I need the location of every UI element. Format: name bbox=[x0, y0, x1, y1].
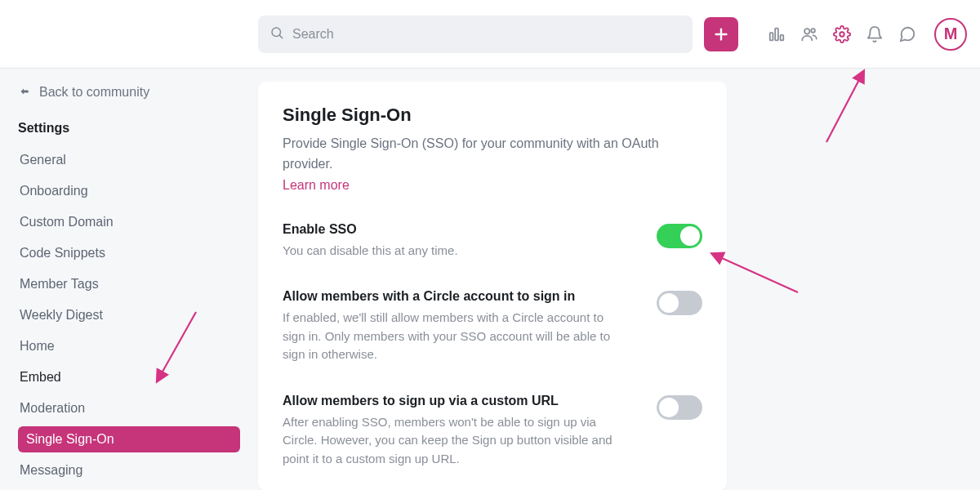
settings-icon[interactable] bbox=[833, 25, 851, 43]
toggle-allow-circle-signin[interactable] bbox=[657, 291, 702, 315]
top-icons: M bbox=[768, 18, 975, 51]
sidebar-item-member-tags[interactable]: Member Tags bbox=[18, 271, 240, 297]
sidebar-item-home[interactable]: Home bbox=[18, 333, 240, 359]
page-body: Back to community Settings General Onboa… bbox=[0, 69, 980, 490]
sidebar-section-title: Settings bbox=[18, 121, 240, 136]
sidebar-item-custom-domain[interactable]: Custom Domain bbox=[18, 209, 240, 235]
search-icon bbox=[270, 25, 284, 43]
setting-label: Allow members with a Circle account to s… bbox=[283, 289, 637, 304]
topbar: M bbox=[0, 0, 980, 69]
sidebar-item-weekly-digest[interactable]: Weekly Digest bbox=[18, 302, 240, 328]
sidebar-item-code-snippets[interactable]: Code Snippets bbox=[18, 240, 240, 266]
svg-rect-4 bbox=[770, 33, 773, 40]
setting-desc: You can disable this at any time. bbox=[283, 242, 626, 261]
svg-rect-5 bbox=[775, 28, 778, 40]
setting-enable-sso: Enable SSO You can disable this at any t… bbox=[283, 222, 702, 261]
bell-icon[interactable] bbox=[866, 25, 884, 43]
search-input[interactable] bbox=[292, 27, 681, 42]
content-area: Single Sign-On Provide Single Sign-On (S… bbox=[258, 69, 980, 490]
sidebar-item-onboarding[interactable]: Onboarding bbox=[18, 178, 240, 204]
back-label: Back to community bbox=[39, 85, 149, 100]
sidebar-item-general[interactable]: General bbox=[18, 147, 240, 173]
setting-label: Allow members to sign up via a custom UR… bbox=[283, 394, 637, 408]
analytics-icon[interactable] bbox=[768, 25, 786, 43]
sidebar-item-messaging[interactable]: Messaging bbox=[18, 457, 240, 483]
members-icon[interactable] bbox=[800, 25, 818, 43]
setting-text: Allow members with a Circle account to s… bbox=[283, 289, 637, 364]
toggle-enable-sso[interactable] bbox=[657, 224, 702, 248]
setting-desc: If enabled, we'll still allow members wi… bbox=[283, 309, 626, 364]
sidebar-item-moderation[interactable]: Moderation bbox=[18, 395, 240, 421]
svg-rect-6 bbox=[781, 34, 784, 39]
svg-line-1 bbox=[279, 35, 282, 38]
setting-text: Enable SSO You can disable this at any t… bbox=[283, 222, 637, 261]
topbar-inner: M bbox=[0, 16, 975, 53]
learn-more-link[interactable]: Learn more bbox=[283, 178, 350, 193]
setting-allow-circle-signin: Allow members with a Circle account to s… bbox=[283, 289, 702, 364]
setting-custom-signup-url: Allow members to sign up via a custom UR… bbox=[283, 394, 702, 469]
sidebar-item-embed[interactable]: Embed bbox=[18, 364, 240, 390]
settings-card: Single Sign-On Provide Single Sign-On (S… bbox=[258, 82, 727, 490]
setting-text: Allow members to sign up via a custom UR… bbox=[283, 394, 637, 469]
add-button[interactable] bbox=[704, 17, 738, 51]
sidebar: Back to community Settings General Onboa… bbox=[0, 69, 258, 490]
messages-icon[interactable] bbox=[898, 25, 916, 43]
setting-label: Enable SSO bbox=[283, 222, 637, 237]
toggle-custom-signup-url[interactable] bbox=[657, 395, 702, 420]
page-title: Single Sign-On bbox=[283, 105, 702, 126]
svg-point-8 bbox=[811, 29, 815, 33]
back-arrow-icon bbox=[18, 85, 31, 100]
sidebar-item-single-sign-on[interactable]: Single Sign-On bbox=[18, 426, 240, 452]
avatar[interactable]: M bbox=[934, 18, 967, 51]
setting-desc: After enabling SSO, members won't be abl… bbox=[283, 413, 626, 469]
search-input-wrapper[interactable] bbox=[258, 16, 693, 53]
svg-point-9 bbox=[840, 32, 844, 37]
svg-point-7 bbox=[804, 29, 809, 33]
sidebar-nav: General Onboarding Custom Domain Code Sn… bbox=[18, 147, 240, 483]
back-to-community-link[interactable]: Back to community bbox=[18, 85, 240, 100]
page-subtitle: Provide Single Sign-On (SSO) for your co… bbox=[283, 134, 666, 175]
